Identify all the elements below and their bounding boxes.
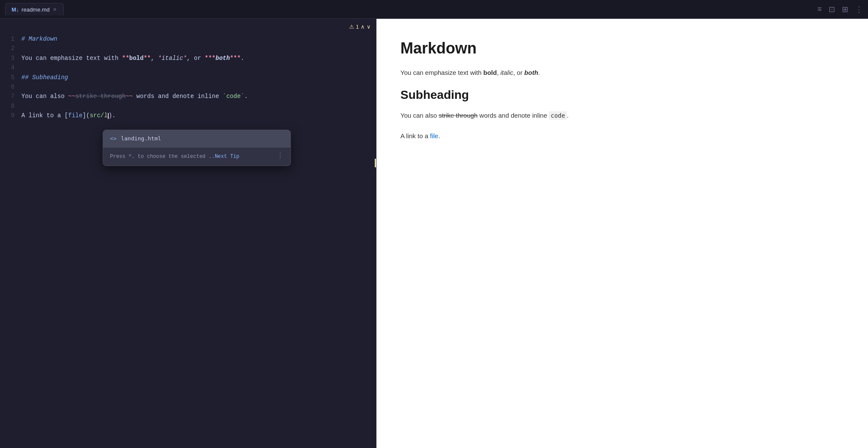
warning-icon: ⚠	[349, 24, 354, 30]
orange-indicator	[375, 159, 376, 167]
hint-prefix: Press ^	[110, 154, 131, 160]
editor-header: ⚠ 1 ∧ ∨	[0, 19, 376, 34]
line-num-8: 8	[7, 101, 15, 111]
preview-p1-pre: You can emphasize text with	[400, 69, 483, 76]
preview-p3-post: .	[438, 132, 440, 139]
autocomplete-dropdown[interactable]: <> landing.html Press ^. to choose the s…	[103, 130, 291, 166]
readme-tab[interactable]: M↓ readme.md ×	[5, 3, 64, 15]
preview-p2-pre: You can also	[400, 112, 439, 119]
code-line-9: A link to a [file](src/l).	[21, 111, 376, 120]
more-options-icon[interactable]: ⋮	[855, 5, 863, 14]
tab-filename: readme.md	[21, 6, 50, 13]
preview-p2-post: .	[567, 112, 569, 119]
preview-h1: Markdown	[400, 39, 844, 57]
code-line-5: ## Subheading	[21, 73, 376, 82]
editor-pane: ⚠ 1 ∧ ∨ 1 2 3 4 5 6 7 8 9 # Markd	[0, 19, 376, 448]
tab-close-button[interactable]: ×	[52, 6, 57, 13]
preview-p2-mid: words and denote inline	[477, 112, 547, 119]
tab-bar: M↓ readme.md ×	[5, 3, 64, 15]
preview-link[interactable]: file	[430, 132, 438, 139]
preview-h2: Subheading	[400, 88, 844, 102]
preview-p3: A link to a file.	[400, 131, 844, 141]
titlebar: M↓ readme.md × ≡ ⊡ ⊞ ⋮	[0, 0, 868, 19]
preview-code: code	[549, 111, 567, 120]
line-num-7: 7	[7, 92, 15, 101]
nav-up-button[interactable]: ∧	[361, 24, 365, 30]
hamburger-icon[interactable]: ≡	[817, 5, 822, 14]
preview-p1: You can emphasize text with bold, italic…	[400, 68, 844, 78]
preview-strike: strike through	[439, 112, 478, 119]
line-numbers: 1 2 3 4 5 6 7 8 9	[0, 34, 21, 448]
line-num-4: 4	[7, 63, 15, 72]
preview-p1-post: .	[538, 69, 540, 76]
code-line-8	[21, 101, 376, 111]
markdown-icon: M↓	[12, 6, 19, 13]
main-content: ⚠ 1 ∧ ∨ 1 2 3 4 5 6 7 8 9 # Markd	[0, 19, 868, 448]
preview-p3-pre: A link to a	[400, 132, 430, 139]
code-line-2	[21, 44, 376, 53]
split-view-icon[interactable]: ⊡	[829, 5, 835, 14]
code-line-7: You can also ~~strike through~~ words an…	[21, 92, 376, 101]
nav-down-button[interactable]: ∨	[367, 24, 371, 30]
code-editor[interactable]: 1 2 3 4 5 6 7 8 9 # Markdown You can emp…	[0, 34, 376, 448]
line-num-2: 2	[7, 44, 15, 53]
line-num-9: 9	[7, 111, 15, 120]
code-line-3: You can emphasize text with **bold**, *i…	[21, 53, 376, 63]
code-line-6	[21, 82, 376, 92]
autocomplete-hint-bar: Press ^. to choose the selected ..Next T…	[103, 148, 290, 166]
preview-icon[interactable]: ⊞	[842, 5, 848, 14]
autocomplete-hint-text: Press ^. to choose the selected ..Next T…	[110, 152, 240, 161]
preview-italic: italic	[501, 69, 513, 76]
code-lines: # Markdown You can emphasize text with *…	[21, 34, 376, 448]
hint-middle: to choose the selected ..	[135, 154, 215, 160]
preview-p1-sep1: ,	[497, 69, 500, 76]
autocomplete-item-landing[interactable]: <> landing.html	[103, 130, 290, 148]
line-num-6: 6	[7, 82, 15, 92]
html-file-icon: <>	[110, 134, 117, 143]
hint-key: .	[131, 153, 134, 159]
titlebar-actions: ≡ ⊡ ⊞ ⋮	[817, 5, 863, 14]
warning-count: 1	[356, 24, 359, 30]
preview-p1-sep2: , or	[513, 69, 524, 76]
line-num-5: 5	[7, 73, 15, 82]
preview-p2: You can also strike through words and de…	[400, 110, 844, 121]
line-num-3: 3	[7, 53, 15, 63]
warning-badge: ⚠ 1 ∧ ∨	[349, 24, 371, 30]
autocomplete-item-text: landing.html	[121, 134, 161, 143]
code-line-1: # Markdown	[21, 34, 376, 44]
preview-bolditalic: both	[524, 69, 538, 76]
code-line-4	[21, 63, 376, 72]
autocomplete-more-button[interactable]: ⋮	[277, 151, 284, 162]
preview-bold: bold	[483, 69, 497, 76]
line-num-1: 1	[7, 34, 15, 44]
next-tip-link[interactable]: Next Tip	[215, 154, 240, 160]
preview-pane: Markdown You can emphasize text with bol…	[376, 19, 868, 448]
